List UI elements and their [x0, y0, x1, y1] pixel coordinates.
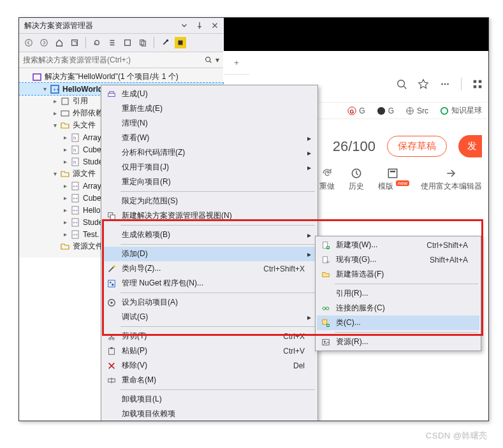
editor-tools: 重做 历史 模版new 使用富文本编辑器: [313, 162, 488, 197]
cpp-file-icon: ++: [70, 205, 80, 215]
menu-item-label: 添加(D): [119, 249, 305, 259]
menu-item[interactable]: 类(C)...: [317, 315, 479, 330]
back-icon[interactable]: [23, 37, 34, 48]
show-all-icon[interactable]: [122, 37, 133, 48]
menu-item[interactable]: 添加(D)▸: [103, 247, 316, 261]
menu-item[interactable]: 生成(U): [103, 87, 316, 101]
menu-item[interactable]: 卸载项目(L): [103, 392, 316, 407]
svg-rect-46: [108, 93, 115, 96]
blank-icon: [104, 229, 119, 241]
app-grid-icon[interactable]: [472, 78, 483, 90]
svg-point-33: [447, 83, 449, 85]
folder-icon: [60, 120, 70, 131]
svg-text:++: ++: [73, 196, 78, 201]
star-icon[interactable]: [418, 78, 429, 90]
sync-icon[interactable]: [69, 37, 80, 48]
search-icon[interactable]: [396, 78, 407, 90]
svg-text:++: ++: [73, 233, 78, 237]
menu-item-label: 移除(V): [119, 360, 278, 371]
wizard-icon: [104, 263, 119, 275]
menu-item-label: 类(C)...: [333, 317, 468, 328]
menu-item-label: 调试(G): [119, 312, 305, 322]
menu-item-label: 设为启动项目(A): [119, 297, 305, 308]
search-icon[interactable]: [204, 55, 213, 64]
svg-rect-48: [110, 215, 115, 219]
publish-button[interactable]: 发: [458, 135, 482, 157]
menu-separator: [120, 326, 315, 327]
bookmark-item[interactable]: GG: [347, 106, 365, 115]
menu-item[interactable]: 设为启动项目(A): [103, 295, 316, 310]
panel-title-bar: 解决方案资源管理器: [19, 18, 223, 33]
svg-rect-37: [479, 85, 482, 89]
blank-icon: [104, 196, 119, 207]
menu-item[interactable]: 重命名(M): [103, 373, 316, 387]
save-draft-button[interactable]: 保存草稿: [387, 136, 447, 157]
svg-rect-50: [108, 280, 115, 287]
panel-dropdown-icon[interactable]: [179, 20, 190, 31]
menu-separator: [120, 225, 315, 226]
context-menu[interactable]: 生成(U)重新生成(E)清理(N)查看(W)▸分析和代码清理(Z)▸仅用于项目(…: [101, 85, 318, 421]
menu-item-label: 管理 NuGet 程序包(N)...: [119, 278, 305, 289]
rich-text-tool[interactable]: 使用富文本编辑器: [421, 167, 482, 192]
remove-icon: [104, 360, 119, 372]
new-view-icon: [104, 210, 119, 222]
menu-item[interactable]: 引用(R)...: [317, 286, 479, 301]
menu-item[interactable]: 新建解决方案资源管理器视图(N): [103, 208, 316, 223]
template-tool[interactable]: 模版new: [378, 167, 407, 192]
char-counter: 26/100: [333, 138, 375, 155]
more-icon[interactable]: [439, 78, 451, 90]
bookmark-item[interactable]: G: [377, 106, 394, 115]
svg-point-1: [41, 40, 48, 47]
home-icon[interactable]: [54, 37, 65, 48]
menu-item[interactable]: 剪切(T)Ctrl+X: [103, 329, 316, 343]
refresh-icon[interactable]: [91, 37, 103, 48]
menu-item[interactable]: 查看(W)▸: [103, 131, 316, 145]
preview-icon[interactable]: [175, 37, 186, 48]
menu-item[interactable]: 调试(G)▸: [103, 310, 316, 324]
svg-rect-65: [323, 319, 327, 324]
menu-item[interactable]: 移除(V)Del: [103, 358, 316, 373]
bookmark-item[interactable]: Src: [405, 106, 428, 115]
svg-rect-36: [474, 85, 477, 89]
menu-separator: [335, 284, 478, 284]
menu-item[interactable]: 生成依赖项(B)▸: [103, 228, 316, 242]
menu-item[interactable]: 资源(R)...: [317, 335, 479, 349]
menu-item[interactable]: 现有项(G)...Shift+Alt+A: [317, 252, 479, 267]
blank-icon: [104, 147, 119, 159]
menu-shortcut: Ctrl+Shift+X: [248, 264, 305, 273]
menu-item[interactable]: 连接的服务(C): [317, 301, 479, 315]
startup-icon: [104, 297, 119, 308]
bookmark-item[interactable]: 知识星球: [440, 105, 482, 116]
close-icon[interactable]: [209, 20, 221, 31]
menu-item[interactable]: 粘贴(P)Ctrl+V: [103, 343, 316, 358]
menu-separator: [120, 293, 315, 293]
history-tool[interactable]: 历史: [349, 167, 364, 192]
add-submenu[interactable]: 新建项(W)...Ctrl+Shift+A现有项(G)...Shift+Alt+…: [315, 236, 481, 351]
solution-node[interactable]: 解决方案"HelloWorld"(1 个项目/共 1 个): [19, 71, 223, 83]
menu-item[interactable]: 加载项目依赖项: [103, 407, 316, 421]
menu-item[interactable]: 重定向项目(R): [103, 175, 316, 189]
redo-tool[interactable]: 重做: [319, 167, 335, 192]
resource-icon: [318, 336, 333, 348]
menu-item[interactable]: 仅用于项目(J)▸: [103, 160, 316, 175]
collapse-icon[interactable]: [106, 37, 118, 48]
menu-item[interactable]: 清理(N): [103, 116, 316, 131]
copy-icon[interactable]: [137, 37, 149, 48]
menu-item[interactable]: 管理 NuGet 程序包(N)...: [103, 276, 316, 291]
editor-actions: 26/100 保存草稿 发: [326, 130, 488, 163]
menu-item[interactable]: 限定为此范围(S): [103, 194, 316, 208]
search-box[interactable]: 搜索解决方案资源管理器(Ctrl+;) ▾: [19, 52, 223, 68]
menu-item[interactable]: 分析和代码清理(Z)▸: [103, 145, 316, 160]
pin-icon[interactable]: [194, 20, 205, 31]
new-tab-button[interactable]: ＋: [224, 51, 249, 75]
menu-item-label: 生成(U): [119, 89, 305, 99]
menu-item[interactable]: 重新生成(E): [103, 101, 316, 116]
forward-icon[interactable]: [38, 37, 50, 48]
menu-item-label: 类向导(Z)...: [119, 263, 248, 274]
menu-item[interactable]: 类向导(Z)...Ctrl+Shift+X: [103, 261, 316, 276]
menu-item[interactable]: 新建筛选器(F): [317, 267, 479, 282]
properties-icon[interactable]: [159, 37, 171, 48]
menu-item[interactable]: 新建项(W)...Ctrl+Shift+A: [317, 238, 479, 252]
black-top-strip: [224, 18, 488, 51]
svg-point-32: [444, 83, 446, 85]
